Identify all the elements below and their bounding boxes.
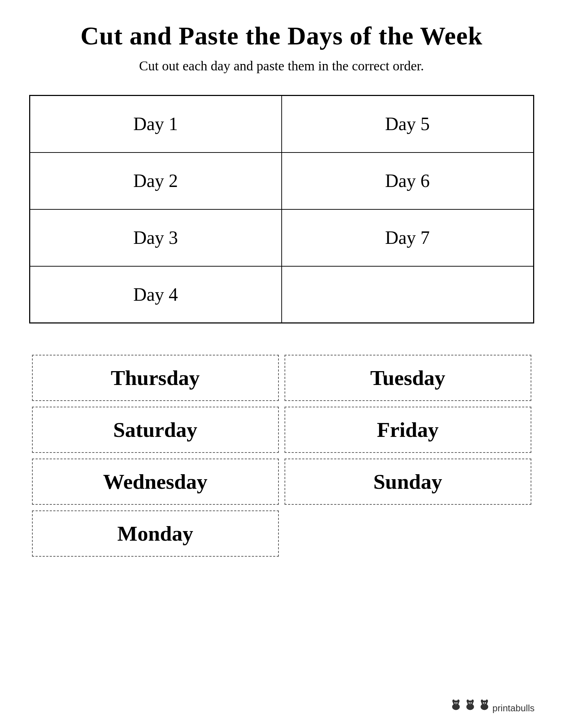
- day-cell-1: Day 1: [30, 96, 282, 152]
- day-cell-empty: [282, 266, 534, 323]
- paste-grid: Day 1 Day 5 Day 2 Day 6 Day 3 Day 7 Day …: [29, 95, 534, 323]
- day-cell-7: Day 7: [282, 209, 534, 266]
- svg-point-18: [483, 702, 484, 704]
- day-cell-6: Day 6: [282, 152, 534, 209]
- cut-card-saturday[interactable]: Saturday: [32, 407, 279, 453]
- svg-point-12: [471, 702, 472, 704]
- dog-svg-3: [478, 698, 491, 711]
- svg-point-5: [456, 702, 458, 704]
- day-cell-5: Day 5: [282, 96, 534, 152]
- cut-card-thursday[interactable]: Thursday: [32, 355, 279, 401]
- cut-card-monday[interactable]: Monday: [32, 510, 279, 557]
- day-cell-3: Day 3: [30, 209, 282, 266]
- cut-card-friday[interactable]: Friday: [285, 407, 531, 453]
- logo-area: printabulls: [450, 698, 535, 714]
- logo-icon: [450, 698, 491, 711]
- subtitle: Cut out each day and paste them in the c…: [28, 58, 535, 74]
- logo-text: printabulls: [492, 703, 535, 713]
- dog-svg-1: [450, 698, 462, 711]
- svg-point-13: [469, 703, 471, 705]
- cut-section: Thursday Tuesday Saturday Friday Wednesd…: [29, 352, 534, 560]
- day-cell-4: Day 4: [30, 266, 282, 323]
- dog-svg-2: [464, 698, 477, 711]
- page-title: Cut and Paste the Days of the Week: [28, 21, 535, 51]
- svg-point-11: [469, 702, 470, 704]
- svg-point-20: [484, 703, 485, 705]
- day-cell-2: Day 2: [30, 152, 282, 209]
- cut-card-wednesday[interactable]: Wednesday: [32, 459, 279, 505]
- svg-point-19: [485, 702, 486, 704]
- svg-point-4: [455, 702, 456, 704]
- cut-card-sunday[interactable]: Sunday: [285, 459, 531, 505]
- svg-point-6: [455, 703, 457, 705]
- cut-card-tuesday[interactable]: Tuesday: [285, 355, 531, 401]
